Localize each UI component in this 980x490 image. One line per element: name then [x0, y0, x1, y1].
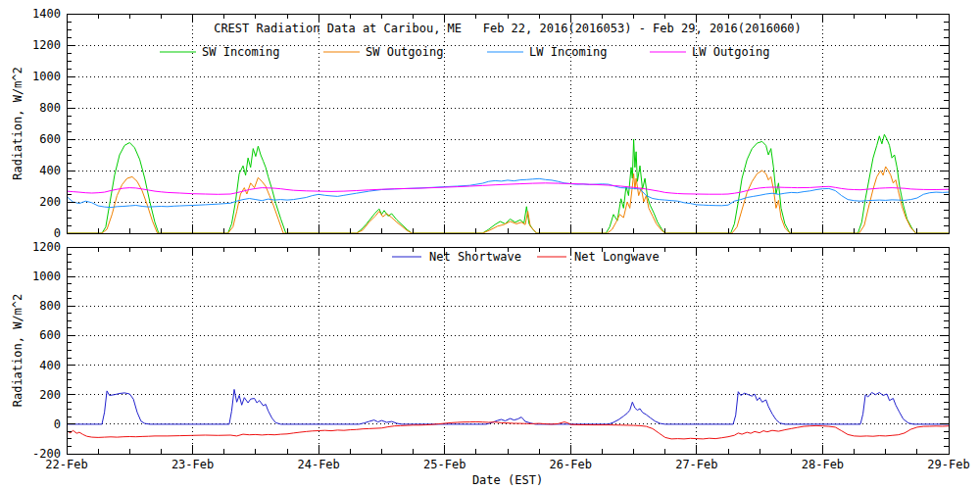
x-tick-label: 29-Feb [927, 458, 969, 471]
y-tick-label: 0 [54, 417, 61, 431]
y-tick-label: 800 [39, 299, 61, 313]
x-axis-title: Date (EST) [472, 473, 543, 487]
legend-label: LW Incoming [529, 45, 607, 59]
y-tick-label: 1200 [32, 240, 61, 254]
x-tick-label: 26-Feb [550, 458, 592, 471]
series-lw-outgoing [67, 183, 949, 195]
chart-canvas: 0200400600800100012001400Radiation, W/m^… [0, 0, 980, 490]
x-tick-label: 27-Feb [675, 458, 717, 471]
series-sw-outgoing [67, 167, 949, 233]
x-tick-label: 22-Feb [45, 458, 87, 471]
y-tick-label: 1000 [32, 70, 61, 83]
y-tick-label: 200 [39, 195, 61, 209]
y-tick-label: 400 [39, 359, 61, 372]
y-axis-title: Radiation, W/m^2 [11, 67, 24, 180]
y-axis-title: Radiation, W/m^2 [11, 294, 24, 408]
series-lw-incoming [67, 178, 949, 207]
legend-label: SW Incoming [202, 45, 279, 59]
legend-label: LW Outgoing [692, 45, 769, 59]
y-tick-label: 1200 [32, 38, 61, 52]
x-tick-label: 24-Feb [297, 458, 339, 471]
x-tick-label: 25-Feb [423, 458, 466, 471]
y-tick-label: 1400 [32, 7, 61, 21]
x-tick-label: 23-Feb [172, 458, 214, 471]
panel-title: CREST Radiation Data at Caribou, ME Feb … [214, 22, 802, 35]
y-tick-label: 600 [39, 328, 61, 342]
legend-label: Net Shortwave [429, 250, 521, 264]
y-tick-label: 0 [54, 226, 61, 240]
legend-label: SW Outgoing [366, 45, 443, 59]
y-tick-label: 600 [39, 132, 61, 146]
y-tick-label: 1000 [32, 270, 61, 283]
panel-frame [67, 14, 949, 233]
radiation-figure: 0200400600800100012001400Radiation, W/m^… [0, 0, 980, 490]
y-tick-label: 800 [39, 101, 61, 115]
y-tick-label: 400 [39, 164, 61, 177]
y-tick-label: 200 [39, 388, 61, 402]
legend-label: Net Longwave [574, 250, 660, 264]
x-tick-label: 28-Feb [802, 458, 844, 471]
